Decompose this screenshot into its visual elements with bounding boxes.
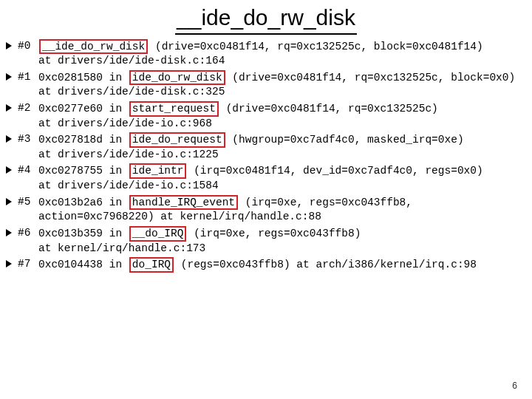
stack-trace: #0__ide_do_rw_disk (drive=0xc0481f14, rq… bbox=[0, 39, 532, 280]
frame-location-line: action=0xc7968220) at kernel/irq/handle.… bbox=[38, 210, 526, 225]
frame-call-line: 0xc013b2a6 in handle_IRQ_event (irq=0xe,… bbox=[38, 195, 526, 211]
stack-frame: #60xc013b359 in __do_IRQ (irq=0xe, regs=… bbox=[6, 226, 526, 256]
svg-marker-3 bbox=[6, 135, 12, 143]
highlighted-function: handle_IRQ_event bbox=[129, 195, 238, 211]
frame-location-line: at drivers/ide/ide-disk.c:164 bbox=[38, 54, 526, 69]
frame-number: #6 bbox=[18, 226, 38, 241]
slide-title: __ide_do_rw_disk bbox=[0, 3, 532, 35]
bullet-icon bbox=[6, 73, 13, 81]
call-text: 0xc0281580 in bbox=[38, 72, 129, 83]
frame-call-line: 0xc027818d in ide_do_request (hwgroup=0x… bbox=[38, 132, 526, 148]
svg-marker-0 bbox=[6, 42, 12, 50]
bullet-icon bbox=[6, 166, 13, 174]
stack-frame: #20xc0277e60 in start_request (drive=0xc… bbox=[6, 101, 526, 131]
frame-call-line: __ide_do_rw_disk (drive=0xc0481f14, rq=0… bbox=[38, 39, 526, 55]
call-text: (drive=0xc0481f14, rq=0xc132525c) bbox=[219, 103, 438, 115]
title-text: __ide_do_rw_disk bbox=[175, 3, 357, 35]
frame-body: 0xc0278755 in ide_intr (irq=0xc0481f14, … bbox=[38, 163, 526, 193]
highlighted-function: __do_IRQ bbox=[129, 226, 187, 242]
frame-number: #1 bbox=[18, 70, 38, 85]
call-text: (regs=0xc043ffb8) at arch/i386/kernel/ir… bbox=[174, 259, 477, 270]
frame-location-line: at drivers/ide/ide-io.c:968 bbox=[38, 117, 526, 132]
call-text: (irq=0xc0481f14, dev_id=0xc7adf4c0, regs… bbox=[187, 165, 482, 177]
call-text: (irq=0xe, regs=0xc043ffb8, bbox=[239, 197, 412, 208]
frame-body: 0xc0277e60 in start_request (drive=0xc04… bbox=[38, 101, 526, 131]
svg-marker-7 bbox=[6, 260, 12, 267]
frame-number: #2 bbox=[18, 101, 38, 116]
call-text: (hwgroup=0xc7adf4c0, masked_irq=0xe) bbox=[226, 134, 464, 146]
stack-frame: #40xc0278755 in ide_intr (irq=0xc0481f14… bbox=[6, 163, 526, 193]
svg-marker-4 bbox=[6, 166, 12, 174]
slide: __ide_do_rw_disk #0__ide_do_rw_disk (dri… bbox=[0, 0, 532, 399]
stack-frame: #0__ide_do_rw_disk (drive=0xc0481f14, rq… bbox=[6, 39, 526, 69]
frame-location-line: at drivers/ide/ide-io.c:1225 bbox=[38, 148, 526, 163]
stack-frame: #10xc0281580 in ide_do_rw_disk (drive=0x… bbox=[6, 70, 526, 100]
frame-number: #3 bbox=[18, 132, 38, 147]
highlighted-function: ide_intr bbox=[129, 163, 187, 179]
stack-frame: #50xc013b2a6 in handle_IRQ_event (irq=0x… bbox=[6, 195, 526, 225]
frame-body: __ide_do_rw_disk (drive=0xc0481f14, rq=0… bbox=[38, 39, 526, 69]
frame-location-line: at kernel/irq/handle.c:173 bbox=[38, 242, 526, 256]
frame-body: 0xc0104438 in do_IRQ (regs=0xc043ffb8) a… bbox=[38, 257, 526, 273]
frame-body: 0xc0281580 in ide_do_rw_disk (drive=0xc0… bbox=[38, 70, 526, 100]
stack-frame: #30xc027818d in ide_do_request (hwgroup=… bbox=[6, 132, 526, 162]
svg-marker-6 bbox=[6, 229, 12, 236]
call-text: (drive=0xc0481f14, rq=0xc132525c, block=… bbox=[226, 72, 516, 83]
highlighted-function: do_IRQ bbox=[129, 257, 174, 273]
call-text: 0xc0277e60 in bbox=[38, 103, 129, 115]
bullet-icon bbox=[6, 198, 13, 205]
svg-marker-5 bbox=[6, 198, 12, 205]
call-text: 0xc027818d in bbox=[38, 134, 129, 146]
frame-body: 0xc013b2a6 in handle_IRQ_event (irq=0xe,… bbox=[38, 195, 526, 225]
call-text: (irq=0xe, regs=0xc043ffb8) bbox=[187, 228, 361, 239]
call-text: 0xc0278755 in bbox=[38, 165, 129, 177]
highlighted-function: __ide_do_rw_disk bbox=[39, 39, 148, 55]
frame-call-line: 0xc013b359 in __do_IRQ (irq=0xe, regs=0x… bbox=[38, 226, 526, 242]
frame-number: #4 bbox=[18, 163, 38, 178]
svg-marker-1 bbox=[6, 73, 12, 81]
frame-number: #7 bbox=[18, 257, 38, 272]
highlighted-function: ide_do_request bbox=[129, 132, 225, 148]
call-text: 0xc013b359 in bbox=[38, 228, 129, 239]
frame-location-line: at drivers/ide/ide-io.c:1584 bbox=[38, 179, 526, 194]
stack-frame: #70xc0104438 in do_IRQ (regs=0xc043ffb8)… bbox=[6, 257, 526, 273]
frame-location-line: at drivers/ide/ide-disk.c:325 bbox=[38, 85, 526, 100]
svg-marker-2 bbox=[6, 104, 12, 112]
slide-number: 6 bbox=[512, 380, 517, 392]
bullet-icon bbox=[6, 135, 13, 143]
frame-number: #0 bbox=[18, 39, 38, 54]
frame-body: 0xc013b359 in __do_IRQ (irq=0xe, regs=0x… bbox=[38, 226, 526, 256]
bullet-icon bbox=[6, 229, 13, 236]
bullet-icon bbox=[6, 260, 13, 267]
call-text: 0xc013b2a6 in bbox=[38, 197, 129, 208]
call-text: (drive=0xc0481f14, rq=0xc132525c, block=… bbox=[149, 41, 482, 52]
bullet-icon bbox=[6, 104, 13, 112]
highlighted-function: ide_do_rw_disk bbox=[129, 70, 225, 86]
frame-call-line: 0xc0281580 in ide_do_rw_disk (drive=0xc0… bbox=[38, 70, 526, 86]
frame-call-line: 0xc0278755 in ide_intr (irq=0xc0481f14, … bbox=[38, 163, 526, 179]
bullet-icon bbox=[6, 42, 13, 50]
call-text: 0xc0104438 in bbox=[38, 259, 129, 270]
frame-body: 0xc027818d in ide_do_request (hwgroup=0x… bbox=[38, 132, 526, 162]
highlighted-function: start_request bbox=[129, 101, 219, 117]
frame-number: #5 bbox=[18, 195, 38, 210]
frame-call-line: 0xc0277e60 in start_request (drive=0xc04… bbox=[38, 101, 526, 117]
frame-call-line: 0xc0104438 in do_IRQ (regs=0xc043ffb8) a… bbox=[38, 257, 526, 273]
